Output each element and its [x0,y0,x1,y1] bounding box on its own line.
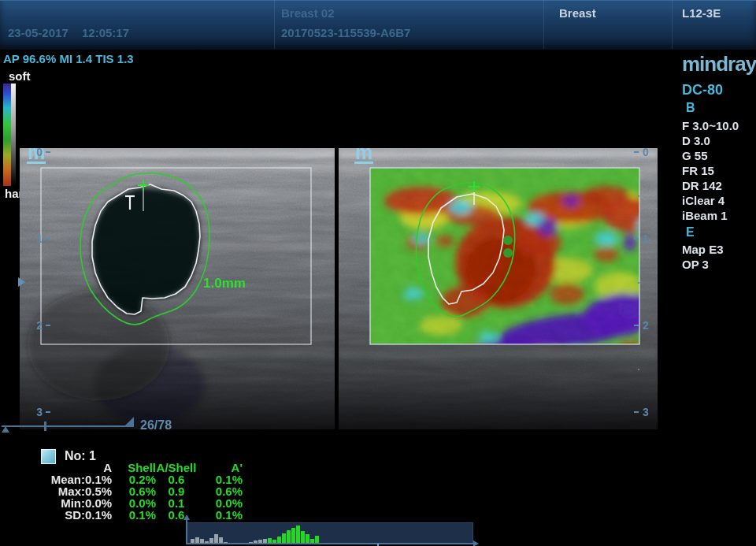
col-header-a2: A' [197,462,243,474]
elasto-scale-soft-label: soft [9,69,31,83]
sidebar-param: iBeam 1 [682,208,739,223]
cell: 0.5% [85,485,112,497]
cell: 0.1% [112,509,156,521]
measurement-table: A Shell A/Shell A' Mean: 0.1% 0.2% 0.6 0… [32,462,243,521]
exam-date: 23-05-2017 [8,26,69,39]
titlebar-divider [672,0,673,49]
cell: 0.0% [85,497,112,509]
sidebar-param: OP 3 [682,257,724,272]
b-mode-label: B [686,101,695,115]
exam-preset: Breast [559,6,596,20]
sidebar-param: Map E3 [682,242,724,257]
study-name: Breast 02 [281,6,335,20]
acoustic-output-readout: AP 96.6% MI 1.4 TIS 1.3 [3,52,134,65]
sidebar-param: F 3.0~10.0 [682,118,739,133]
cine-start-marker[interactable] [2,426,9,433]
depth-tick-label: 3 [33,406,43,418]
cell: 0.1% [85,474,112,485]
cine-position-handle[interactable] [124,417,134,426]
col-header-a: A [85,462,112,474]
col-header-shell: Shell [112,462,156,474]
shell-distance-label: 1.0mm [203,276,246,291]
sidebar-param: FR 15 [682,163,739,178]
depth-minor-tick [638,195,639,197]
study-id: 20170523-115539-A6B7 [281,26,410,39]
depth-tick [634,411,639,413]
elastography-ultrasound-image[interactable] [339,148,658,429]
col-header-ashell: A/Shell [156,462,197,474]
depth-tick-label: 1 [643,232,652,245]
cell: 0.0% [197,497,243,509]
cine-scrollbar[interactable] [2,425,134,427]
depth-tick [634,325,639,326]
strain-histogram-panel [187,522,473,544]
depth-tick-label: 0 [33,146,43,158]
histogram-x-axis-arrow [473,540,479,546]
row-label: Max: [32,485,85,497]
cell: 0.1% [197,474,243,485]
histogram-bar [296,526,300,544]
depth-tick [46,151,50,153]
frame-counter: 26/78 [140,418,172,433]
row-label: Mean: [32,474,85,485]
heatmap-green-spot [503,248,513,258]
cell: 0.6 [156,509,197,521]
cell: 0.1% [85,509,112,521]
cell: 0.0% [112,497,156,509]
histogram-y-axis [186,519,187,544]
exam-time: 12:05:17 [82,26,129,39]
e-mode-params: Map E3OP 3 [682,242,724,272]
system-model: DC-80 [682,82,723,98]
depth-minor-tick [638,369,639,370]
histogram-y-axis-arrow [183,514,190,520]
depth-tick-label: 3 [643,406,652,418]
cell: 0.6% [112,485,156,497]
row-label: Min: [32,497,85,509]
titlebar-divider [274,0,275,49]
depth-tick-label: 1 [33,232,43,245]
bmode-ultrasound-image[interactable]: 1.0mm [20,148,335,429]
depth-tick [46,238,50,240]
heatmap-green-spot [503,236,513,245]
grayscale-bar [11,84,16,186]
depth-tick [46,411,50,413]
depth-tick [634,238,639,240]
b-mode-params: F 3.0~10.0D 3.0G 55FR 15DR 142iClear 4iB… [682,118,739,223]
sidebar-param: G 55 [682,148,739,163]
e-mode-label: E [686,225,695,240]
depth-tick-label: 2 [33,319,43,332]
depth-tick [46,325,50,326]
cell: 0.1% [197,509,243,521]
depth-minor-tick [638,282,639,284]
sidebar-param: iClear 4 [682,193,739,208]
cell: 0.6% [197,485,243,497]
histogram-x-axis [186,543,474,544]
depth-tick [634,151,639,153]
title-bar [0,0,756,50]
cell: 0.9 [156,485,197,497]
row-label: SD: [32,509,85,521]
depth-tick-label: 0 [643,146,652,158]
cine-mid-tick [44,422,46,431]
histogram-bar [291,528,295,544]
elasticity-colorbar [3,84,11,186]
sidebar-param: D 3.0 [682,133,739,148]
cell: 0.2% [112,474,156,485]
mindray-logo: mindray [682,52,756,76]
orientation-marker-right: m [354,143,373,164]
sidebar-param: DR 142 [682,178,739,193]
focus-position-marker[interactable] [18,277,25,287]
depth-tick-label: 2 [643,319,652,332]
cell: 0.1 [156,497,197,509]
cell: 0.6 [156,474,197,485]
titlebar-divider [543,0,544,49]
probe-model: L12-3E [682,6,721,20]
